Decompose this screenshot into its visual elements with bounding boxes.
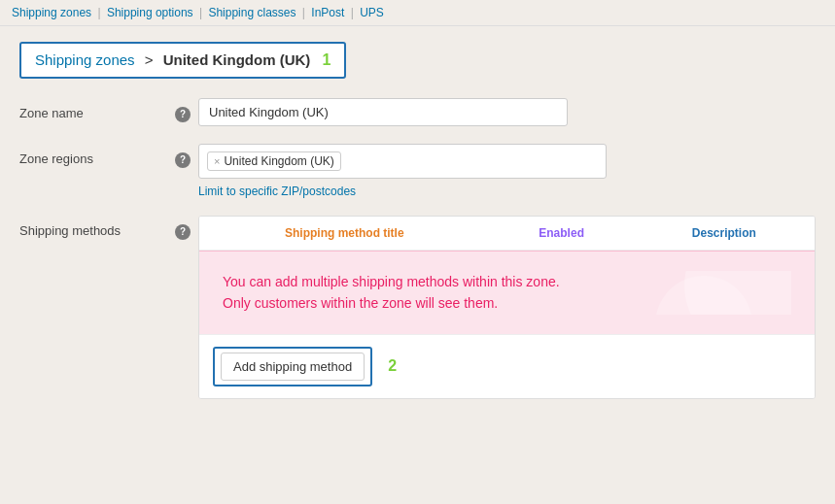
breadcrumb-link[interactable]: Shipping zones	[35, 51, 135, 68]
nav-shipping-zones[interactable]: Shipping zones	[12, 6, 91, 19]
limit-link[interactable]: Limit to specific ZIP/postcodes	[198, 185, 816, 198]
breadcrumb: Shipping zones > United Kingdom (UK) 1	[19, 42, 346, 79]
info-line2: Only customers within the zone will see …	[223, 295, 498, 311]
breadcrumb-step: 1	[323, 51, 331, 68]
zone-regions-label: Zone regions	[19, 144, 175, 166]
shipping-methods-help-col: ?	[175, 216, 198, 240]
nav-sep-4: |	[351, 6, 354, 19]
zone-regions-field-col: × United Kingdom (UK) Limit to specific …	[198, 144, 816, 198]
shipping-methods-help-icon[interactable]: ?	[175, 224, 191, 240]
zone-name-section: Zone name ?	[19, 98, 816, 126]
zone-name-field-col	[198, 98, 816, 126]
top-nav: Shipping zones | Shipping options | Ship…	[0, 0, 835, 26]
zone-name-help-icon[interactable]: ?	[175, 107, 191, 122]
methods-table: Shipping method title Enabled Descriptio…	[199, 217, 815, 251]
main-content: Shipping zones > United Kingdom (UK) 1 Z…	[0, 26, 835, 432]
nav-inpost[interactable]: InPost	[311, 6, 344, 19]
shipping-methods-field-col: Shipping method title Enabled Descriptio…	[198, 216, 816, 399]
add-shipping-method-button[interactable]: Add shipping method	[221, 353, 365, 381]
breadcrumb-current: United Kingdom (UK)	[163, 51, 311, 68]
nav-ups[interactable]: UPS	[360, 6, 384, 19]
col-title: Shipping method title	[199, 217, 490, 251]
nav-sep-2: |	[199, 6, 202, 19]
zone-regions-section: Zone regions ? × United Kingdom (UK) Lim…	[19, 144, 816, 198]
regions-box[interactable]: × United Kingdom (UK)	[198, 144, 607, 179]
region-remove-icon[interactable]: ×	[214, 155, 220, 167]
col-description: Description	[634, 217, 815, 251]
zone-name-label: Zone name	[19, 98, 175, 120]
col-enabled: Enabled	[490, 217, 634, 251]
zone-regions-help-col: ?	[175, 144, 198, 168]
add-method-box: Add shipping method	[213, 347, 372, 386]
table-header-row: Shipping method title Enabled Descriptio…	[199, 217, 815, 251]
region-tag-uk: × United Kingdom (UK)	[207, 151, 341, 171]
add-method-area: Add shipping method 2	[199, 334, 815, 398]
breadcrumb-arrow: >	[145, 51, 154, 68]
methods-container: Shipping method title Enabled Descriptio…	[198, 216, 816, 399]
nav-sep-3: |	[302, 6, 305, 19]
nav-shipping-classes[interactable]: Shipping classes	[208, 6, 296, 19]
info-text: You can add multiple shipping methods wi…	[223, 271, 791, 315]
region-tag-label: United Kingdom (UK)	[224, 154, 333, 168]
nav-sep-1: |	[97, 6, 100, 19]
nav-shipping-options[interactable]: Shipping options	[107, 6, 193, 19]
zone-regions-help-icon[interactable]: ?	[175, 152, 191, 168]
zone-name-input[interactable]	[198, 98, 568, 126]
add-method-step: 2	[388, 357, 397, 375]
shipping-methods-label: Shipping methods	[19, 216, 175, 238]
info-box: You can add multiple shipping methods wi…	[199, 251, 815, 334]
shipping-methods-section: Shipping methods ? Shipping method title…	[19, 216, 816, 399]
zone-name-help-col: ?	[175, 98, 198, 122]
info-box-inner: You can add multiple shipping methods wi…	[223, 271, 791, 315]
info-line1: You can add multiple shipping methods wi…	[223, 274, 560, 289]
